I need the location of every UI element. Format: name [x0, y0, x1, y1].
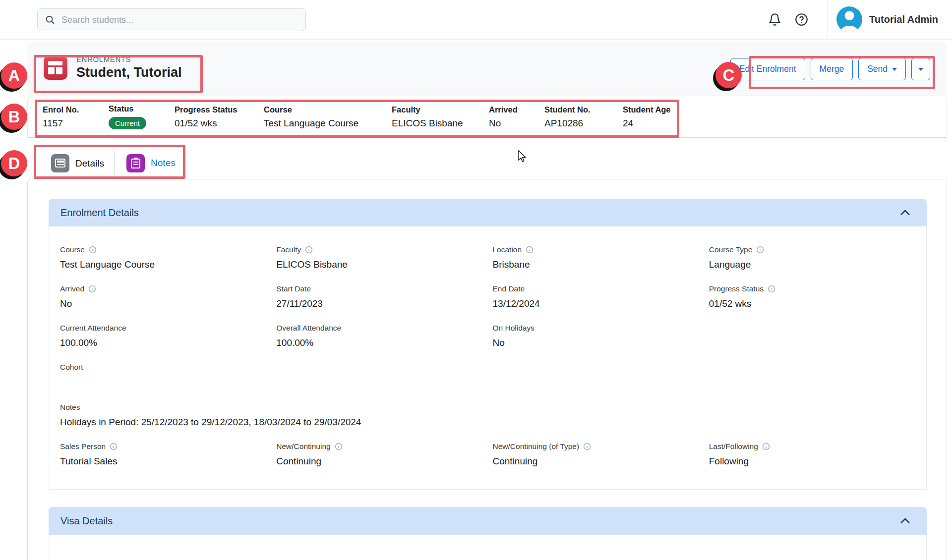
tab-details[interactable]: Details [44, 147, 115, 179]
field-arrived: Arrived No [60, 284, 266, 310]
field-value: Following [709, 456, 915, 467]
field-start-date: Start Date 27/11/2023 [276, 284, 482, 310]
merge-button[interactable]: Merge [811, 58, 853, 80]
field-location: Location Brisbane [493, 245, 699, 271]
field-label: Course Type [709, 245, 753, 254]
student-search[interactable] [37, 8, 306, 31]
field-row: Current Attendance 100.00% Overall Atten… [60, 324, 915, 349]
more-actions-button[interactable] [911, 58, 930, 80]
field-value: Tutorial Sales [60, 456, 266, 467]
annotation-marker-b: B [1, 104, 27, 130]
notifications-button[interactable] [764, 8, 785, 30]
notes-icon [126, 154, 145, 172]
field-value: 100.00% [276, 337, 482, 349]
summary-label: Progress Status [175, 105, 264, 114]
user-name[interactable]: Tutorial Admin [869, 14, 938, 25]
visa-details-panel: Visa Details [49, 507, 927, 560]
caret-down-icon [918, 68, 923, 71]
field-row: Sales Person Tutorial Sales New/Continui… [60, 442, 915, 467]
visa-details-header[interactable]: Visa Details [49, 507, 927, 535]
field-progress-status: Progress Status 01/52 wks [709, 284, 915, 310]
enrolment-tabs: Details Notes [44, 147, 185, 179]
student-no-link[interactable]: AP10286 [544, 118, 623, 129]
summary-label: Student No. [544, 105, 623, 114]
collapse-chevron-icon[interactable] [898, 206, 912, 220]
info-icon[interactable] [110, 443, 118, 450]
annotation-marker-a: A [1, 62, 27, 89]
field-value: ELICOS Bisbane [276, 259, 482, 271]
field-label: Notes [60, 403, 80, 412]
panel-title: Enrolment Details [60, 207, 139, 219]
avatar-body-shape [841, 26, 858, 32]
field-course: Course Test Language Course [60, 245, 266, 271]
field-label: Cohort [60, 363, 83, 372]
tab-details-label: Details [75, 158, 104, 169]
field-last-following: Last/Following Following [709, 442, 915, 467]
caret-down-icon [892, 68, 897, 71]
panel-title: Visa Details [60, 515, 113, 527]
edit-enrolment-button[interactable]: Edit Enrolment [730, 58, 805, 80]
info-icon[interactable] [756, 246, 764, 254]
field-current-attendance: Current Attendance 100.00% [60, 324, 266, 349]
user-avatar[interactable] [836, 6, 862, 32]
field-faculty: Faculty ELICOS Bisbane [276, 245, 482, 271]
enrolment-details-body: Course Test Language Course Faculty ELIC… [49, 226, 927, 490]
field-label: Start Date [276, 284, 311, 293]
search-icon [45, 14, 56, 25]
table-layout-icon [48, 61, 63, 75]
field-value: No [493, 337, 699, 349]
send-button[interactable]: Send [858, 58, 906, 80]
field-row: Notes Holidays in Period: 25/12/2023 to … [60, 403, 915, 428]
info-icon[interactable] [526, 246, 534, 254]
info-icon[interactable] [583, 443, 591, 450]
summary-value: Test Language Course [264, 118, 392, 129]
bell-icon [768, 13, 781, 26]
header-actions: Edit Enrolment Merge Send [730, 58, 930, 80]
field-label: Last/Following [709, 442, 758, 451]
field-label: Location [493, 245, 522, 254]
page-title: Student, Tutorial [76, 65, 181, 80]
info-icon[interactable] [335, 443, 343, 450]
help-button[interactable] [790, 8, 812, 30]
info-icon[interactable] [89, 246, 97, 254]
field-value: 01/52 wks [709, 298, 915, 310]
field-label: Progress Status [709, 284, 764, 293]
page-header-band: ENROLMENTS Student, Tutorial Edit Enrolm… [27, 42, 947, 96]
search-input[interactable] [61, 15, 298, 25]
enrolment-details-header[interactable]: Enrolment Details [49, 199, 927, 226]
field-label: Current Attendance [60, 324, 126, 333]
help-icon [795, 13, 808, 26]
field-value: No [60, 298, 266, 310]
enrolments-app-icon [44, 56, 67, 80]
top-bar: Tutorial Admin [0, 0, 952, 40]
field-label: Sales Person [60, 442, 106, 451]
summary-progress-status: Progress Status 01/52 wks [175, 105, 264, 129]
summary-student-age: Student Age 24 [623, 105, 687, 129]
summary-label: Course [264, 105, 392, 114]
summary-status: Status Current [109, 104, 175, 129]
annotation-marker-d: D [1, 150, 27, 176]
field-new-continuing: New/Continuing Continuing [276, 442, 482, 467]
collapse-chevron-icon[interactable] [898, 514, 912, 528]
summary-arrived: Arrived No [489, 105, 544, 129]
field-value [60, 377, 915, 388]
info-icon[interactable] [88, 285, 96, 293]
topbar-right-cluster: Tutorial Admin [764, 0, 952, 39]
field-label: Faculty [276, 245, 301, 254]
summary-value: 01/52 wks [175, 118, 264, 129]
field-cohort: Cohort [60, 363, 915, 388]
summary-label: Enrol No. [43, 105, 109, 114]
field-row: Arrived No Start Date 27/11/2023 End Dat… [60, 284, 915, 310]
info-icon[interactable] [762, 443, 770, 450]
enrolment-summary-bar: Enrol No. 1157 Status Current Progress S… [27, 96, 947, 138]
field-label: Arrived [60, 284, 84, 293]
summary-value: 24 [623, 118, 687, 129]
field-new-continuing-of-type: New/Continuing (of Type) Continuing [493, 442, 699, 467]
avatar-head-shape [845, 11, 854, 20]
field-sales-person: Sales Person Tutorial Sales [60, 442, 266, 467]
page-title-block: ENROLMENTS Student, Tutorial [44, 55, 181, 80]
info-icon[interactable] [305, 246, 313, 254]
info-icon[interactable] [768, 285, 775, 293]
tab-notes[interactable]: Notes [119, 147, 185, 179]
field-value: Brisbane [493, 259, 699, 271]
